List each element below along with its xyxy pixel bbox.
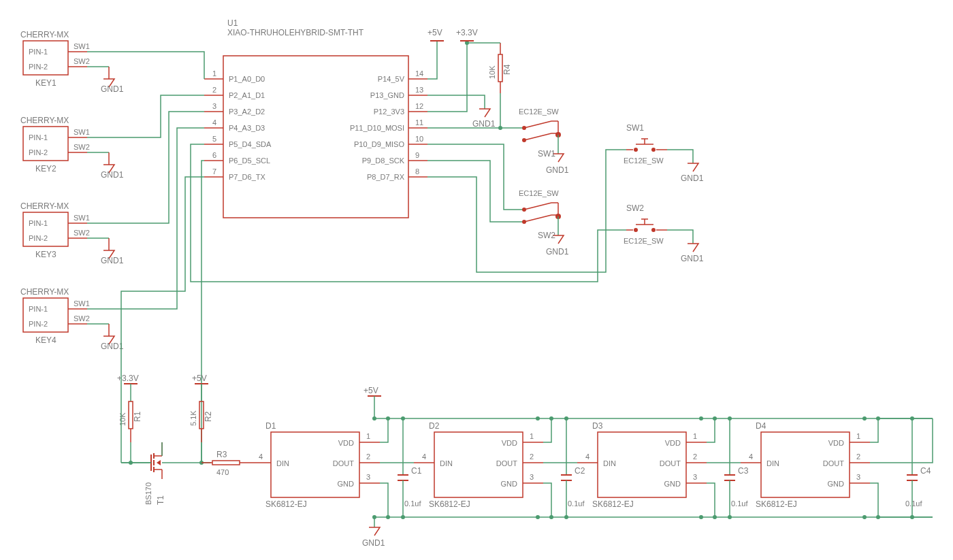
svg-text:PIN-1: PIN-1 (29, 305, 48, 313)
svg-text:SW2: SW2 (74, 57, 90, 65)
svg-text:P12_3V3: P12_3V3 (374, 108, 404, 116)
svg-point-143 (651, 228, 656, 232)
svg-text:SW2: SW2 (626, 203, 644, 213)
svg-line-119 (524, 215, 551, 222)
svg-point-200 (699, 515, 703, 519)
encoder-sw2: EC12E_SW SW2 GND1 (519, 189, 569, 257)
svg-text:SW1: SW1 (74, 42, 90, 50)
svg-text:GND1: GND1 (681, 254, 704, 263)
svg-text:+5V: +5V (364, 386, 378, 395)
svg-point-308 (713, 515, 717, 519)
svg-text:DIN: DIN (766, 459, 779, 467)
svg-text:GND: GND (338, 480, 355, 488)
svg-text:DOUT: DOUT (333, 459, 354, 467)
svg-text:1: 1 (530, 432, 534, 440)
svg-text:C2: C2 (575, 466, 585, 476)
svg-text:KEY1: KEY1 (35, 78, 56, 88)
svg-line-106 (524, 121, 551, 128)
svg-text:3: 3 (366, 473, 370, 481)
svg-text:KEY2: KEY2 (35, 164, 56, 174)
svg-text:T1: T1 (156, 495, 165, 505)
svg-text:P3_A2_D2: P3_A2_D2 (229, 108, 265, 116)
svg-text:470: 470 (216, 468, 229, 476)
svg-text:R2: R2 (204, 411, 213, 422)
svg-text:1: 1 (856, 432, 860, 440)
svg-text:P5_D4_SDA: P5_D4_SDA (229, 140, 272, 148)
svg-text:3: 3 (530, 473, 534, 481)
mcu-footprint: XIAO-THRUHOLEHYBRID-SMT-THT (227, 28, 364, 37)
svg-text:VDD: VDD (828, 439, 844, 447)
svg-text:5: 5 (212, 135, 216, 143)
svg-text:2: 2 (212, 86, 216, 94)
svg-point-328 (401, 515, 405, 519)
svg-text:3: 3 (693, 473, 697, 481)
svg-text:CHERRY-MX: CHERRY-MX (20, 30, 69, 39)
schematic: U1 XIAO-THRUHOLEHYBRID-SMT-THT 1 P1_A0_D… (0, 0, 953, 560)
svg-text:DIN: DIN (440, 459, 453, 467)
svg-text:PIN-2: PIN-2 (29, 320, 48, 328)
svg-text:9: 9 (415, 151, 419, 159)
svg-text:GND1: GND1 (472, 119, 496, 129)
key1: CHERRY-MX PIN-1 PIN-2 KEY1 SW1 SW2 GND1 (20, 30, 204, 94)
led-d3: D3 SK6812-EJ 4 DIN 1VDD 2DOUT 3GND (577, 421, 707, 509)
svg-point-302 (549, 416, 553, 421)
svg-text:7: 7 (212, 167, 216, 176)
svg-text:KEY4: KEY4 (35, 335, 56, 345)
svg-text:CHERRY-MX: CHERRY-MX (20, 116, 69, 125)
svg-text:SK6812-EJ: SK6812-EJ (265, 499, 307, 509)
svg-text:PIN-1: PIN-1 (29, 48, 48, 56)
svg-text:8: 8 (415, 167, 419, 176)
svg-text:EC12E_SW: EC12E_SW (519, 189, 559, 197)
svg-text:P4_A3_D3: P4_A3_D3 (229, 124, 265, 132)
svg-text:SW2: SW2 (74, 314, 90, 323)
svg-text:P7_D6_TX: P7_D6_TX (229, 173, 265, 181)
svg-point-133 (651, 148, 656, 152)
svg-text:13: 13 (415, 86, 423, 94)
svg-text:10K: 10K (118, 412, 127, 426)
svg-text:P2_A1_D1: P2_A1_D1 (229, 91, 265, 99)
svg-point-303 (713, 416, 717, 421)
svg-text:GND: GND (501, 480, 518, 488)
cap-c1: C1 0.1uf (398, 416, 422, 519)
svg-point-199 (536, 515, 540, 519)
svg-text:4: 4 (212, 118, 216, 127)
svg-text:SK6812-EJ: SK6812-EJ (756, 499, 797, 509)
svg-text:0.1uf: 0.1uf (731, 499, 748, 508)
svg-text:5.1K: 5.1K (189, 410, 197, 426)
led-d1: D1 SK6812-EJ 4 DIN 1 VDD 2 DOUT 3 GND (251, 421, 380, 509)
svg-text:DIN: DIN (603, 459, 616, 467)
svg-text:GND: GND (828, 480, 845, 488)
svg-text:4: 4 (422, 452, 426, 461)
svg-text:1: 1 (366, 432, 370, 440)
svg-text:DOUT: DOUT (660, 459, 681, 467)
mcu-right-nets: +5V GND1 +3.3V 10K R4 EC12E_SW SW1 GND1 … (191, 28, 704, 282)
svg-line-118 (524, 203, 551, 210)
led-d2: D2 SK6812-EJ 4 DIN 1VDD 2DOUT 3GND (414, 421, 543, 509)
svg-text:SW2: SW2 (74, 143, 90, 151)
svg-point-332 (564, 416, 568, 421)
svg-text:P6_D5_SCL: P6_D5_SCL (229, 157, 270, 165)
svg-text:2: 2 (366, 452, 370, 461)
svg-text:PIN-2: PIN-2 (29, 63, 48, 71)
mcu-u1: U1 XIAO-THRUHOLEHYBRID-SMT-THT 1 P1_A0_D… (204, 18, 427, 218)
svg-text:10: 10 (415, 135, 423, 143)
svg-text:+3.3V: +3.3V (117, 374, 139, 383)
svg-text:PIN-2: PIN-2 (29, 148, 48, 157)
svg-point-348 (910, 416, 914, 421)
svg-text:D3: D3 (592, 421, 603, 431)
svg-text:GND1: GND1 (101, 256, 124, 265)
svg-text:GND1: GND1 (546, 165, 569, 175)
svg-text:2: 2 (693, 452, 697, 461)
svg-text:6: 6 (212, 151, 216, 159)
svg-text:C1: C1 (411, 466, 422, 476)
svg-point-194 (536, 416, 540, 421)
led-section: +3.3V 10K R1 BS170 T1 +5V 5.1K (117, 177, 933, 548)
svg-text:GND: GND (664, 480, 681, 488)
svg-text:SW2: SW2 (74, 229, 90, 237)
svg-text:D4: D4 (756, 421, 766, 431)
svg-text:0.1uf: 0.1uf (568, 499, 585, 508)
svg-text:DOUT: DOUT (823, 459, 844, 467)
svg-text:R1: R1 (133, 411, 142, 422)
led-d4: D4 SK6812-EJ 4 DIN 1VDD 2DOUT 3GND (741, 421, 870, 509)
svg-text:SK6812-EJ: SK6812-EJ (592, 499, 634, 509)
